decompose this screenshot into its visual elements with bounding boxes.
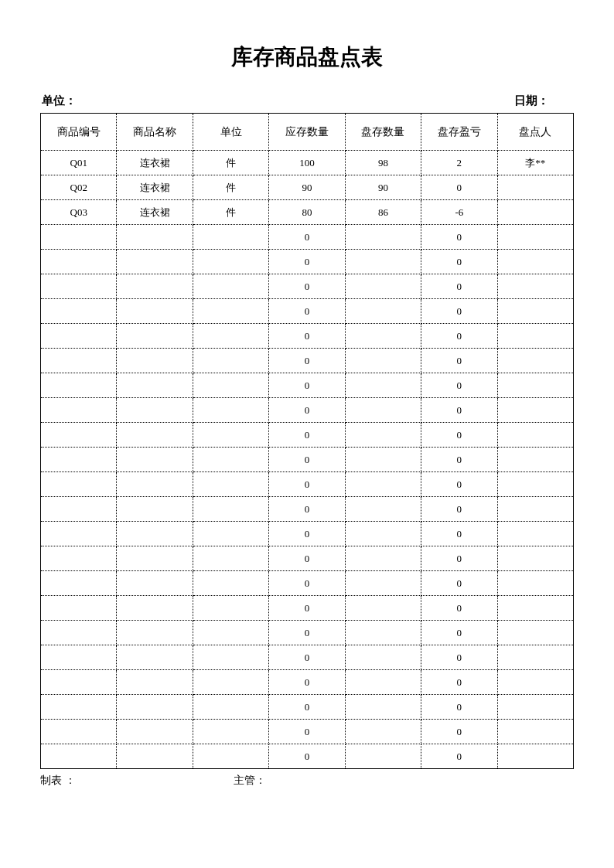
table-row: 00 <box>41 621 574 645</box>
cell-expected: 0 <box>269 645 345 670</box>
cell-counter <box>497 645 573 670</box>
cell-name: 连衣裙 <box>117 175 193 200</box>
cell-code <box>41 324 117 349</box>
cell-unit <box>193 472 268 497</box>
cell-counter <box>497 546 573 571</box>
cell-actual <box>345 448 421 472</box>
cell-counter <box>497 398 573 423</box>
cell-unit <box>193 670 268 695</box>
cell-actual <box>345 645 421 670</box>
cell-expected: 0 <box>269 621 345 645</box>
cell-expected: 0 <box>269 225 345 250</box>
cell-name <box>117 324 193 349</box>
cell-diff: 0 <box>421 546 497 571</box>
cell-name: 连衣裙 <box>117 200 193 225</box>
cell-actual <box>345 695 421 720</box>
cell-code <box>41 472 117 497</box>
cell-name <box>117 299 193 324</box>
cell-diff: 0 <box>421 250 497 274</box>
cell-counter <box>497 695 573 720</box>
cell-code <box>41 398 117 423</box>
cell-actual <box>345 349 421 373</box>
cell-actual <box>345 546 421 571</box>
table-row: 00 <box>41 349 574 373</box>
cell-expected: 0 <box>269 571 345 596</box>
cell-name <box>117 225 193 250</box>
cell-name <box>117 596 193 621</box>
cell-name <box>117 621 193 645</box>
cell-actual: 86 <box>345 200 421 225</box>
cell-name <box>117 645 193 670</box>
cell-counter <box>497 472 573 497</box>
table-row: 00 <box>41 596 574 621</box>
cell-diff: 0 <box>421 225 497 250</box>
cell-counter <box>497 744 573 769</box>
table-header-row: 商品编号 商品名称 单位 应存数量 盘存数量 盘存盈亏 盘点人 <box>41 114 574 151</box>
cell-unit <box>193 522 268 546</box>
cell-counter <box>497 497 573 522</box>
cell-expected: 0 <box>269 373 345 398</box>
cell-name <box>117 497 193 522</box>
cell-unit <box>193 645 268 670</box>
cell-diff: 0 <box>421 720 497 744</box>
cell-code <box>41 744 117 769</box>
cell-code <box>41 299 117 324</box>
cell-unit <box>193 571 268 596</box>
table-row: 00 <box>41 497 574 522</box>
table-row: 00 <box>41 720 574 744</box>
cell-name <box>117 720 193 744</box>
cell-code <box>41 621 117 645</box>
cell-name <box>117 398 193 423</box>
cell-counter <box>497 250 573 274</box>
col-unit: 单位 <box>193 114 268 151</box>
cell-actual <box>345 497 421 522</box>
cell-unit <box>193 250 268 274</box>
cell-code <box>41 695 117 720</box>
table-row: 00 <box>41 250 574 274</box>
cell-counter <box>497 299 573 324</box>
cell-code: Q03 <box>41 200 117 225</box>
cell-unit <box>193 744 268 769</box>
supervisor-label: 主管： <box>234 774 266 788</box>
cell-counter <box>497 720 573 744</box>
cell-diff: 0 <box>421 373 497 398</box>
cell-diff: 0 <box>421 448 497 472</box>
table-row: 00 <box>41 299 574 324</box>
table-row: 00 <box>41 274 574 299</box>
cell-diff: 0 <box>421 695 497 720</box>
col-name: 商品名称 <box>117 114 193 151</box>
cell-diff: 0 <box>421 472 497 497</box>
cell-actual <box>345 225 421 250</box>
cell-actual <box>345 571 421 596</box>
cell-code <box>41 373 117 398</box>
table-row: 00 <box>41 645 574 670</box>
cell-name <box>117 448 193 472</box>
cell-unit <box>193 596 268 621</box>
cell-code <box>41 225 117 250</box>
cell-code <box>41 546 117 571</box>
cell-expected: 0 <box>269 448 345 472</box>
cell-name <box>117 546 193 571</box>
preparer-label: 制表 ： <box>40 774 234 788</box>
cell-code <box>41 497 117 522</box>
cell-actual <box>345 670 421 695</box>
cell-name <box>117 472 193 497</box>
cell-code <box>41 274 117 299</box>
table-row: 00 <box>41 423 574 448</box>
cell-actual: 90 <box>345 175 421 200</box>
cell-diff: 0 <box>421 522 497 546</box>
cell-actual <box>345 596 421 621</box>
cell-unit <box>193 349 268 373</box>
cell-name <box>117 349 193 373</box>
page-title: 库存商品盘点表 <box>40 43 574 72</box>
cell-unit <box>193 398 268 423</box>
cell-code <box>41 423 117 448</box>
cell-diff: 0 <box>421 621 497 645</box>
cell-expected: 0 <box>269 596 345 621</box>
col-code: 商品编号 <box>41 114 117 151</box>
cell-code <box>41 448 117 472</box>
cell-expected: 0 <box>269 670 345 695</box>
cell-expected: 0 <box>269 349 345 373</box>
cell-counter <box>497 200 573 225</box>
cell-expected: 90 <box>269 175 345 200</box>
